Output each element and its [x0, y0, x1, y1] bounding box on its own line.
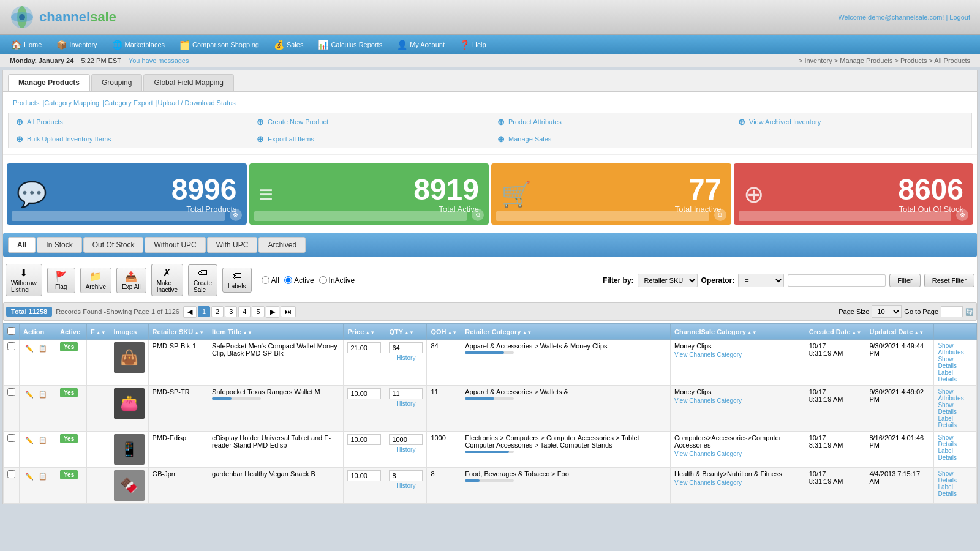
action-product-attributes[interactable]: ⊕Product Attributes [490, 113, 731, 130]
label-details-link[interactable]: Label Details [938, 369, 973, 383]
stat-search-products[interactable] [12, 211, 225, 221]
price-input[interactable] [347, 470, 381, 481]
filter-tab-instock[interactable]: In Stock [37, 237, 81, 253]
tab-grouping[interactable]: Grouping [91, 74, 142, 91]
history-link[interactable]: History [389, 400, 423, 407]
stat-search-inactive[interactable] [496, 211, 709, 221]
action-create-new[interactable]: ⊕Create New Product [249, 113, 490, 130]
stat-footer-btn-active[interactable]: ⚙ [472, 209, 484, 221]
nav-marketplaces[interactable]: 🌐Marketplaces [106, 37, 171, 52]
show-details-link[interactable]: Show Details [938, 402, 973, 415]
filter-tab-outofstock[interactable]: Out Of Stock [83, 237, 144, 253]
col-sku[interactable]: Retailer SKU▲▼ [148, 324, 208, 340]
nav-home[interactable]: 🏠Home [5, 37, 48, 52]
show-attributes-link[interactable]: Show Attributes [938, 342, 973, 356]
btn-create-sale[interactable]: 🏷 CreateSale [188, 264, 217, 296]
col-title[interactable]: Item Title▲▼ [208, 324, 344, 340]
action-export-all[interactable]: ⊕Export all Items [249, 130, 490, 148]
link-upload-download[interactable]: |Upload / Download Status [156, 99, 236, 107]
radio-active[interactable]: Active [284, 276, 314, 285]
action-edit[interactable]: ✏️ [23, 470, 36, 482]
price-input[interactable] [347, 342, 381, 353]
view-channels-link[interactable]: View Channels Category [674, 397, 801, 404]
label-details-link[interactable]: Label Details [938, 448, 973, 461]
action-copy[interactable]: 📋 [37, 388, 49, 400]
action-all-products[interactable]: ⊕All Products [9, 113, 249, 130]
price-input[interactable] [347, 434, 381, 445]
action-view-archived[interactable]: ⊕View Archived Inventory [731, 113, 971, 130]
nav-reports[interactable]: 📊Calculus Reports [312, 37, 388, 52]
messages-link[interactable]: You have messages [129, 57, 189, 64]
show-details-link[interactable]: Show Details [938, 434, 973, 448]
nav-inventory[interactable]: 📦Inventory [50, 37, 103, 52]
radio-all[interactable]: All [262, 276, 279, 285]
link-products[interactable]: Products [13, 99, 39, 107]
qty-input[interactable] [389, 470, 423, 481]
filter-tab-all[interactable]: All [8, 237, 36, 253]
page-last[interactable]: ⏭ [281, 306, 296, 317]
col-price[interactable]: Price▲▼ [344, 324, 385, 340]
action-copy[interactable]: 📋 [37, 434, 49, 446]
row-checkbox[interactable] [7, 388, 15, 396]
stat-footer-btn-products[interactable]: ⚙ [230, 209, 242, 221]
col-channelsale-cat[interactable]: ChannelSale Category▲▼ [671, 324, 805, 340]
nav-comparison[interactable]: 🗂️Comparison Shopping [173, 37, 265, 52]
price-input[interactable] [347, 388, 381, 399]
filter-tab-withoutupc[interactable]: Without UPC [145, 237, 205, 253]
action-edit[interactable]: ✏️ [23, 388, 36, 400]
filter-tab-archived[interactable]: Archived [258, 237, 306, 253]
qty-input[interactable] [389, 388, 423, 399]
radio-inactive[interactable]: InActive [319, 276, 355, 285]
col-qoh[interactable]: QOH▲▼ [427, 324, 461, 340]
show-details-link[interactable]: Show Details [938, 470, 973, 484]
action-copy[interactable]: 📋 [37, 342, 49, 354]
operator-select[interactable]: = != < > contains [738, 274, 784, 287]
row-checkbox[interactable] [7, 470, 15, 478]
stat-search-oos[interactable] [739, 211, 952, 221]
filter-button[interactable]: Filter [889, 274, 920, 287]
stat-footer-btn-oos[interactable]: ⚙ [956, 209, 968, 221]
qty-input[interactable] [389, 342, 423, 353]
page-1[interactable]: 1 [198, 306, 210, 317]
action-edit[interactable]: ✏️ [23, 342, 36, 354]
col-flag[interactable]: F▲▼ [87, 324, 110, 340]
tab-global-field-mapping[interactable]: Global Field Mapping [143, 74, 233, 91]
col-qty[interactable]: QTY▲▼ [385, 324, 427, 340]
page-size-select[interactable]: 10 25 50 100 [872, 305, 902, 318]
col-retailer-cat[interactable]: Retailer Category▲▼ [461, 324, 671, 340]
qty-input[interactable] [389, 434, 423, 445]
page-2[interactable]: 2 [211, 306, 224, 317]
btn-withdraw-listing[interactable]: ⬇ WithdrawListing [6, 264, 42, 296]
page-4[interactable]: 4 [238, 306, 251, 317]
filter-by-select[interactable]: Retailer SKU Item Title Price QTY [638, 274, 698, 287]
filter-value-input[interactable] [788, 274, 886, 287]
link-category-mapping[interactable]: |Category Mapping [42, 99, 99, 107]
select-all-checkbox[interactable] [7, 327, 15, 335]
action-bulk-upload[interactable]: ⊕Bulk Upload Inventory Items [9, 130, 249, 148]
history-link[interactable]: History [389, 354, 423, 361]
history-link[interactable]: History [389, 446, 423, 453]
view-channels-link[interactable]: View Channels Category [674, 479, 801, 486]
action-manage-sales[interactable]: ⊕Manage Sales [490, 130, 731, 148]
history-link[interactable]: History [389, 482, 423, 489]
view-channels-link[interactable]: View Channels Category [674, 351, 801, 358]
view-channels-link[interactable]: View Channels Category [674, 451, 801, 457]
page-3[interactable]: 3 [225, 306, 237, 317]
btn-export-all[interactable]: 📤 Exp All [116, 268, 146, 293]
refresh-icon[interactable]: 🔄 [965, 308, 974, 316]
col-created[interactable]: Created Date▲▼ [805, 324, 865, 340]
label-details-link[interactable]: Label Details [938, 415, 973, 429]
go-to-page-input[interactable] [941, 306, 963, 317]
reset-filter-button[interactable]: Reset Filter [924, 274, 974, 287]
nav-account[interactable]: 👤My Account [391, 37, 451, 52]
btn-flag[interactable]: 🚩 Flag [47, 268, 75, 293]
label-details-link[interactable]: Label Details [938, 484, 973, 497]
row-checkbox[interactable] [7, 342, 15, 350]
row-checkbox[interactable] [7, 434, 15, 442]
stat-search-active[interactable] [254, 211, 467, 221]
page-5[interactable]: 5 [252, 306, 264, 317]
filter-tab-withupc[interactable]: With UPC [207, 237, 258, 253]
action-copy[interactable]: 📋 [37, 470, 49, 482]
show-details-link[interactable]: Show Details [938, 356, 973, 369]
btn-make-inactive[interactable]: ✗ MakeInactive [151, 264, 183, 296]
